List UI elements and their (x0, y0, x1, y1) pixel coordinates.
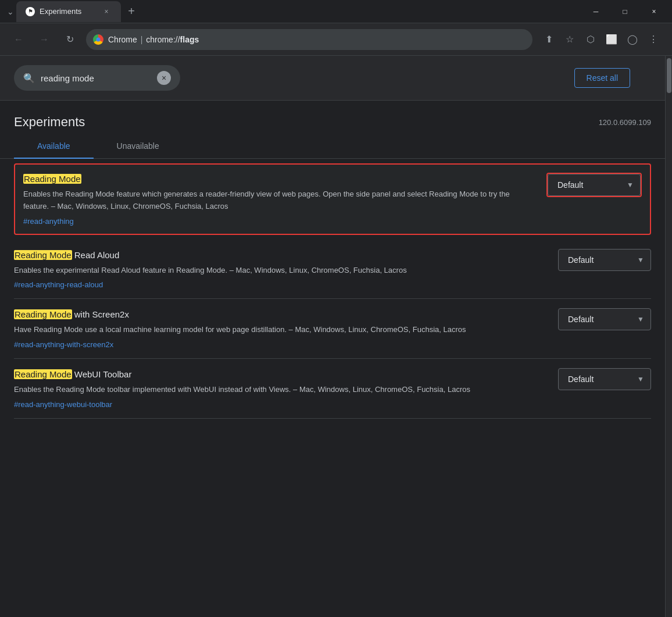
flag-title-highlight: Reading Mode (23, 174, 81, 184)
tabs-section: Available Unavailable (0, 134, 665, 159)
address-actions: ⬆ ☆ ⬡ ⬜ ◯ ⋮ (539, 30, 663, 49)
flag-dropdown-2[interactable]: Default Enabled Disabled (558, 249, 651, 271)
search-bar-section: 🔍 × Reset all (0, 56, 665, 101)
flag-title-highlight-2: Reading Mode (14, 250, 72, 260)
split-view-button[interactable]: ⬜ (602, 30, 621, 49)
minimize-button[interactable]: ─ (582, 2, 609, 21)
forward-button[interactable]: → (35, 30, 53, 49)
flag-dropdown-container-1: Default Enabled Disabled ▼ (546, 173, 642, 197)
flag-dropdown-3[interactable]: Default Enabled Disabled (558, 308, 651, 330)
flag-dropdown-container-4: Default Enabled Disabled ▼ (558, 368, 651, 390)
scrollbar[interactable] (665, 56, 672, 617)
flag-title-screen2x: Reading Mode with Screen2x (14, 308, 549, 320)
title-bar: ⌄ ⚑ Experiments × + ─ □ × (0, 0, 672, 23)
flag-dropdown-4[interactable]: Default Enabled Disabled (558, 368, 651, 390)
flag-item-screen2x: Reading Mode with Screen2x Have Reading … (14, 299, 651, 359)
back-button[interactable]: ← (9, 30, 28, 49)
flag-description-read-aloud: Enables the experimental Read Aloud feat… (14, 265, 549, 277)
bookmark-button[interactable]: ☆ (560, 30, 579, 49)
tab-strip: ⌄ ⚑ Experiments × + (5, 0, 582, 23)
flag-content-reading-mode: Reading Mode Enables the Reading Mode fe… (23, 173, 537, 226)
flag-content-webui-toolbar: Reading Mode WebUI Toolbar Enables the R… (14, 368, 549, 409)
flag-description-webui-toolbar: Enables the Reading Mode toolbar impleme… (14, 384, 549, 396)
flag-dropdown-container-3: Default Enabled Disabled ▼ (558, 308, 651, 330)
maximize-button[interactable]: □ (612, 2, 638, 21)
refresh-button[interactable]: ↻ (60, 30, 79, 49)
flag-item-webui-toolbar: Reading Mode WebUI Toolbar Enables the R… (14, 359, 651, 419)
flag-title-webui-toolbar: Reading Mode WebUI Toolbar (14, 368, 549, 380)
flags-list: Reading Mode Enables the Reading Mode fe… (0, 163, 665, 419)
flag-title-highlight-3: Reading Mode (14, 309, 72, 319)
tab-available[interactable]: Available (14, 134, 94, 159)
extensions-button[interactable]: ⬡ (581, 30, 600, 49)
content-wrapper: 🔍 × Reset all Experiments 120.0.6099.109… (0, 56, 672, 617)
flag-content-screen2x: Reading Mode with Screen2x Have Reading … (14, 308, 549, 349)
omnibox[interactable]: Chrome | chrome://flags (86, 29, 532, 50)
flag-dropdown-wrapper-2: Default Enabled Disabled ▼ (558, 249, 651, 271)
flag-description-screen2x: Have Reading Mode use a local machine le… (14, 324, 549, 336)
flag-link-read-aloud[interactable]: #read-anything-read-aloud (14, 280, 103, 289)
tab-down-icon[interactable]: ⌄ (7, 7, 14, 16)
flag-title-highlight-4: Reading Mode (14, 369, 72, 379)
search-input-wrapper[interactable]: 🔍 × (14, 65, 180, 91)
search-row: 🔍 × Reset all (14, 65, 651, 91)
omnibox-chrome-label: Chrome (108, 35, 137, 44)
window-controls: ─ □ × (582, 2, 667, 21)
flag-link-webui-toolbar[interactable]: #read-anything-webui-toolbar (14, 400, 112, 409)
omnibox-text: Chrome | chrome://flags (108, 35, 199, 44)
menu-button[interactable]: ⋮ (644, 30, 663, 49)
page-content: 🔍 × Reset all Experiments 120.0.6099.109… (0, 56, 665, 617)
active-tab[interactable]: ⚑ Experiments × (16, 1, 121, 22)
share-button[interactable]: ⬆ (539, 30, 558, 49)
search-icon: 🔍 (23, 73, 35, 84)
scrollbar-thumb[interactable] (667, 58, 671, 93)
omnibox-separator: | (141, 35, 143, 44)
tab-label: Experiments (40, 7, 81, 16)
flag-title-read-aloud: Reading Mode Read Aloud (14, 249, 549, 261)
new-tab-button[interactable]: + (123, 3, 140, 20)
page-title: Experiments (14, 115, 85, 130)
tab-unavailable[interactable]: Unavailable (94, 134, 183, 159)
flag-link-screen2x[interactable]: #read-anything-with-screen2x (14, 340, 113, 349)
close-button[interactable]: × (641, 2, 667, 21)
flag-dropdown-wrapper-3: Default Enabled Disabled ▼ (558, 308, 651, 330)
flag-content-read-aloud: Reading Mode Read Aloud Enables the expe… (14, 249, 549, 290)
profile-button[interactable]: ◯ (623, 30, 642, 49)
flag-title-reading-mode: Reading Mode (23, 173, 537, 185)
search-input[interactable] (41, 73, 151, 83)
experiments-header: Experiments 120.0.6099.109 (0, 101, 665, 134)
flag-dropdown-wrapper-1: Default Enabled Disabled ▼ (546, 173, 642, 197)
flag-description-reading-mode: Enables the Reading Mode feature which g… (23, 188, 537, 213)
version-text: 120.0.6099.109 (599, 118, 651, 127)
address-bar: ← → ↻ Chrome | chrome://flags ⬆ ☆ ⬡ ⬜ ◯ … (0, 23, 672, 56)
tab-nav-arrows: ⌄ (5, 7, 16, 16)
tab-favicon: ⚑ (26, 7, 35, 16)
flag-dropdown-1[interactable]: Default Enabled Disabled (548, 174, 641, 196)
flag-link-reading-mode[interactable]: #read-anything (23, 217, 74, 226)
flag-title-rest-3: with Screen2x (72, 309, 129, 319)
flag-item-reading-mode: Reading Mode Enables the Reading Mode fe… (14, 163, 651, 235)
clear-search-button[interactable]: × (157, 71, 171, 85)
tab-close-button[interactable]: × (101, 6, 112, 17)
flag-title-rest-4: WebUI Toolbar (72, 369, 132, 379)
flag-dropdown-wrapper-4: Default Enabled Disabled ▼ (558, 368, 651, 390)
chrome-icon (93, 34, 103, 45)
omnibox-url-path: flags (180, 35, 199, 44)
flag-title-rest-2: Read Aloud (72, 250, 120, 260)
reset-all-button[interactable]: Reset all (574, 68, 630, 88)
flag-dropdown-container-2: Default Enabled Disabled ▼ (558, 249, 651, 271)
flag-item-read-aloud: Reading Mode Read Aloud Enables the expe… (14, 240, 651, 299)
